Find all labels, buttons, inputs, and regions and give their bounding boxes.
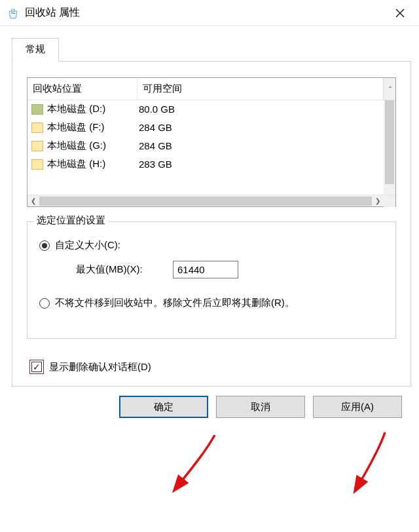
max-size-label: 最大值(MB)(X): [76, 263, 173, 276]
tab-general[interactable]: 常规 [12, 38, 59, 62]
list-item[interactable]: 本地磁盘 (F:) 284 GB [27, 119, 384, 137]
list-item[interactable]: 本地磁盘 (D:) 80.0 GB [27, 100, 384, 119]
checkbox-label: 显示删除确认对话框(D) [49, 361, 151, 373]
recycle-bin-icon [7, 7, 20, 20]
scrollbar-thumb[interactable] [39, 197, 372, 206]
radio-label: 不将文件移到回收站中。移除文件后立即将其删除(R)。 [55, 297, 295, 309]
button-bar: 确定 取消 应用(A) [12, 387, 411, 425]
drive-icon [31, 123, 43, 133]
column-location[interactable]: 回收站位置 [27, 78, 137, 100]
drive-space: 80.0 GB [135, 104, 380, 115]
annotation-arrow-icon [175, 430, 228, 497]
annotation-arrow-icon [354, 428, 399, 496]
drive-space: 284 GB [135, 140, 380, 151]
close-button[interactable] [385, 3, 415, 24]
drive-space: 284 GB [135, 122, 380, 133]
drive-name: 本地磁盘 (G:) [47, 140, 135, 152]
radio-label: 自定义大小(C): [55, 239, 120, 252]
list-header: 回收站位置 可用空间 ⌃ [27, 78, 395, 100]
list-item[interactable]: 本地磁盘 (G:) 284 GB [27, 137, 384, 155]
drive-name: 本地磁盘 (H:) [47, 158, 135, 170]
checkbox-icon [31, 362, 42, 372]
list-item[interactable]: 本地磁盘 (H:) 283 GB [27, 155, 384, 174]
cancel-button[interactable]: 取消 [216, 396, 305, 418]
radio-icon [39, 298, 50, 309]
radio-icon [39, 240, 50, 251]
vertical-scrollbar[interactable] [384, 100, 395, 195]
drive-list: 回收站位置 可用空间 ⌃ 本地磁盘 (D:) 80.0 GB 本地磁盘 (F:)… [27, 77, 396, 207]
window-title: 回收站 属性 [25, 6, 385, 20]
annotation-highlight [29, 360, 44, 374]
settings-group: 选定位置的设置 自定义大小(C): 最大值(MB)(X): 不将文件移到回收站中… [27, 221, 396, 339]
group-legend: 选定位置的设置 [34, 214, 108, 227]
apply-button[interactable]: 应用(A) [313, 396, 402, 418]
scrollbar-thumb[interactable] [385, 100, 394, 184]
tab-row: 常规 [12, 38, 411, 62]
tab-content: 回收站位置 可用空间 ⌃ 本地磁盘 (D:) 80.0 GB 本地磁盘 (F:)… [12, 62, 411, 387]
drive-icon [31, 159, 43, 170]
column-space[interactable]: 可用空间 [137, 78, 384, 100]
horizontal-scrollbar[interactable]: ❮ ❯ [27, 195, 395, 206]
ok-button[interactable]: 确定 [119, 396, 208, 418]
radio-custom-size[interactable]: 自定义大小(C): [39, 239, 386, 252]
scroll-left-button[interactable]: ❮ [27, 195, 39, 207]
scroll-up-button[interactable]: ⌃ [384, 78, 395, 100]
drive-icon [31, 141, 43, 151]
scrollbar-corner [384, 195, 395, 207]
drive-icon [31, 104, 43, 115]
drive-name: 本地磁盘 (F:) [47, 121, 135, 134]
checkbox-confirm-delete[interactable]: 显示删除确认对话框(D) [29, 360, 396, 374]
max-size-input[interactable] [173, 261, 238, 278]
chevron-up-icon: ⌃ [388, 85, 393, 92]
drive-space: 283 GB [135, 159, 380, 170]
scroll-right-button[interactable]: ❯ [372, 195, 384, 207]
drive-name: 本地磁盘 (D:) [47, 103, 135, 115]
radio-remove-immediately[interactable]: 不将文件移到回收站中。移除文件后立即将其删除(R)。 [39, 297, 386, 309]
titlebar: 回收站 属性 [0, 0, 419, 26]
